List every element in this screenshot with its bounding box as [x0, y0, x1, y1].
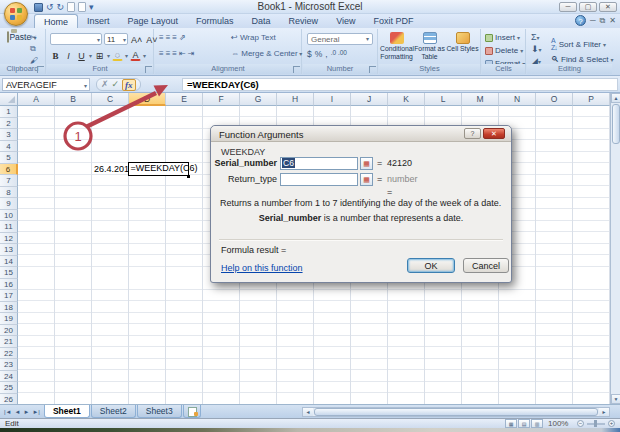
- increase-indent-icon[interactable]: ⇥: [188, 49, 194, 58]
- insert-worksheet-tab[interactable]: [183, 405, 201, 418]
- ribbon-tab-insert[interactable]: Insert: [78, 14, 119, 28]
- row-header-21[interactable]: 21: [0, 336, 18, 348]
- cell-C6[interactable]: 26.4.2015: [92, 164, 128, 176]
- column-header-L[interactable]: L: [425, 93, 462, 106]
- next-sheet-icon[interactable]: ►: [22, 409, 30, 415]
- select-all-corner[interactable]: [0, 93, 18, 106]
- row-header-3[interactable]: 3: [0, 129, 18, 141]
- column-header-P[interactable]: P: [573, 93, 610, 106]
- row-header-24[interactable]: 24: [0, 371, 18, 383]
- number-format-select[interactable]: General▾: [307, 33, 373, 45]
- row-header-17[interactable]: 17: [0, 290, 18, 302]
- page-layout-view-icon[interactable]: ▤: [518, 419, 530, 428]
- borders-dropdown-icon[interactable]: ▾: [107, 52, 110, 59]
- column-header-F[interactable]: F: [203, 93, 240, 106]
- fill-button[interactable]: ⬇▾: [531, 44, 542, 54]
- ok-button[interactable]: OK: [407, 258, 455, 273]
- column-header-K[interactable]: K: [388, 93, 425, 106]
- ribbon-tab-page-layout[interactable]: Page Layout: [119, 14, 188, 28]
- column-header-A[interactable]: A: [18, 93, 55, 106]
- vertical-scrollbar[interactable]: ▲ ▼: [610, 93, 620, 404]
- wrap-text-button[interactable]: ↩ Wrap Text: [231, 33, 276, 42]
- zoom-slider-handle[interactable]: [594, 420, 597, 427]
- scroll-left-icon[interactable]: ◄: [303, 408, 313, 416]
- scroll-up-icon[interactable]: ▲: [611, 93, 620, 103]
- return-type-input[interactable]: [280, 173, 358, 186]
- alignment-dialog-launcher-icon[interactable]: [293, 66, 300, 73]
- ribbon-tab-foxit-pdf[interactable]: Foxit PDF: [364, 14, 422, 28]
- fill-handle[interactable]: [187, 175, 190, 178]
- enter-formula-icon[interactable]: ✓: [112, 79, 120, 90]
- merge-center-dropdown-icon[interactable]: ▾: [298, 51, 303, 57]
- workbook-close-icon[interactable]: ✕: [609, 15, 616, 26]
- delete-dropdown-icon[interactable]: ▾: [520, 47, 523, 54]
- font-color-dropdown-icon[interactable]: ▾: [143, 52, 146, 59]
- cell-D6[interactable]: =WEEKDAY(C6): [128, 162, 189, 176]
- font-size-dropdown-icon[interactable]: ▾: [123, 36, 126, 43]
- horizontal-scroll-thumb[interactable]: [314, 408, 598, 416]
- row-header-13[interactable]: 13: [0, 244, 18, 256]
- prev-sheet-icon[interactable]: ◄: [14, 409, 22, 415]
- column-header-H[interactable]: H: [277, 93, 314, 106]
- row-header-14[interactable]: 14: [0, 256, 18, 268]
- insert-dropdown-icon[interactable]: ▾: [517, 34, 520, 41]
- column-header-E[interactable]: E: [166, 93, 203, 106]
- row-header-7[interactable]: 7: [0, 175, 18, 187]
- accounting-format-icon[interactable]: $: [307, 49, 312, 59]
- sheet-tab-sheet2[interactable]: Sheet2: [91, 405, 136, 418]
- row-header-11[interactable]: 11: [0, 221, 18, 233]
- merge-center-button[interactable]: ⇔ Merge & Center ▾: [231, 49, 302, 58]
- ribbon-tab-view[interactable]: View: [327, 14, 364, 28]
- cut-icon[interactable]: ✂: [30, 33, 38, 42]
- align-middle-icon[interactable]: ≡: [166, 33, 170, 42]
- row-header-22[interactable]: 22: [0, 348, 18, 360]
- font-name-select[interactable]: ▾: [50, 33, 102, 45]
- row-header-12[interactable]: 12: [0, 233, 18, 245]
- column-header-O[interactable]: O: [536, 93, 573, 106]
- zoom-out-icon[interactable]: −: [577, 420, 584, 427]
- row-header-15[interactable]: 15: [0, 267, 18, 279]
- column-header-J[interactable]: J: [351, 93, 388, 106]
- cell-styles-button[interactable]: Cell Styles: [446, 31, 479, 65]
- copy-icon[interactable]: ⧉: [30, 44, 38, 54]
- column-header-G[interactable]: G: [240, 93, 277, 106]
- normal-view-icon[interactable]: ▦: [505, 419, 517, 428]
- bold-button[interactable]: B: [50, 49, 61, 61]
- name-box-dropdown-icon[interactable]: ▾: [84, 82, 87, 89]
- italic-button[interactable]: I: [63, 49, 74, 61]
- serial-number-input[interactable]: C6: [280, 157, 358, 170]
- orientation-icon[interactable]: ⇗: [179, 33, 185, 42]
- align-left-icon[interactable]: ≡: [159, 49, 163, 58]
- horizontal-scrollbar[interactable]: ◄ ►: [302, 407, 610, 417]
- autosum-dropdown-icon[interactable]: ▾: [537, 35, 540, 41]
- row-header-16[interactable]: 16: [0, 279, 18, 291]
- formula-input[interactable]: =WEEKDAY(C6): [182, 78, 618, 91]
- ribbon-tab-data[interactable]: Data: [243, 14, 280, 28]
- row-header-9[interactable]: 9: [0, 198, 18, 210]
- conditional-formatting-button[interactable]: Conditional Formatting: [380, 31, 413, 65]
- column-header-I[interactable]: I: [314, 93, 351, 106]
- ribbon-tab-review[interactable]: Review: [280, 14, 328, 28]
- decimal-buttons[interactable]: .0 .00: [331, 49, 347, 59]
- clipboard-dialog-launcher-icon[interactable]: [37, 66, 44, 73]
- vertical-scroll-thumb[interactable]: [612, 104, 620, 144]
- column-header-C[interactable]: C: [92, 93, 129, 106]
- align-bottom-icon[interactable]: ≡: [172, 33, 176, 42]
- collapse-dialog-icon-2[interactable]: ▦: [360, 173, 373, 186]
- help-on-function-link[interactable]: Help on this function: [221, 263, 303, 273]
- find-select-button[interactable]: 🔍︎ Find & Select▾: [551, 55, 614, 64]
- row-header-10[interactable]: 10: [0, 210, 18, 222]
- row-header-19[interactable]: 19: [0, 313, 18, 325]
- insert-cells-button[interactable]: Insert▾: [485, 33, 520, 42]
- last-sheet-icon[interactable]: ►|: [31, 409, 41, 415]
- underline-button[interactable]: U: [76, 49, 87, 61]
- dialog-help-icon[interactable]: ?: [464, 128, 481, 139]
- align-top-icon[interactable]: ≡: [159, 33, 163, 42]
- scroll-down-icon[interactable]: ▼: [611, 394, 620, 404]
- cancel-formula-icon[interactable]: ✗: [101, 79, 109, 90]
- cancel-button[interactable]: Cancel: [463, 258, 509, 273]
- column-header-B[interactable]: B: [55, 93, 92, 106]
- scroll-right-icon[interactable]: ►: [599, 408, 609, 416]
- page-break-view-icon[interactable]: ▥: [531, 419, 543, 428]
- first-sheet-icon[interactable]: |◄: [3, 409, 13, 415]
